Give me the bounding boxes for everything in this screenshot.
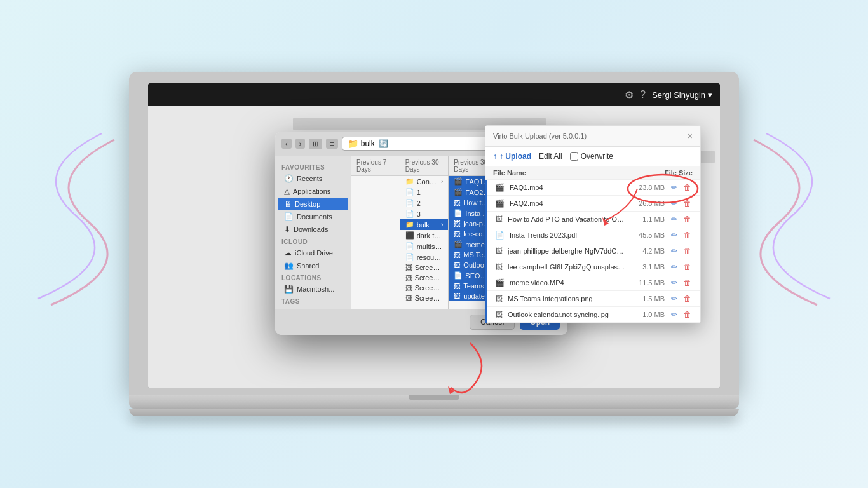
file-item-1[interactable]: 📄 1 bbox=[400, 187, 449, 198]
documents-icon: 📄 bbox=[284, 212, 294, 221]
ud-overwrite-label[interactable]: Overwrite bbox=[570, 152, 613, 161]
file-item-3[interactable]: 📄 3 bbox=[400, 208, 449, 219]
ud-file-row: 🖼 MS Teams Integrations.png 1.5 MB ✏ 🗑 bbox=[487, 291, 700, 307]
fp-section-locations: Locations bbox=[275, 272, 351, 283]
fp-col-7days: Previous 7 Days bbox=[351, 156, 400, 309]
recents-icon: 🕐 bbox=[284, 174, 294, 183]
ud-delete-btn[interactable]: 🗑 bbox=[682, 183, 693, 192]
image-icon: 🖼 bbox=[454, 199, 461, 207]
sidebar-item-documents[interactable]: 📄 Documents bbox=[278, 210, 348, 223]
sidebar-label-icloud-drive: iCloud Drive bbox=[295, 249, 333, 257]
ud-edit-btn[interactable]: ✏ bbox=[670, 215, 679, 224]
file-item-multisource[interactable]: 📄 multisource bbox=[400, 241, 449, 252]
ud-file-row: 🎬 meme video.MP4 11.5 MB ✏ 🗑 bbox=[487, 275, 700, 291]
ud-delete-btn[interactable]: 🗑 bbox=[682, 215, 693, 224]
ud-close-button[interactable]: × bbox=[688, 131, 693, 141]
file-type-icon: 🖼 bbox=[495, 310, 503, 319]
fp-forward-btn[interactable]: › bbox=[295, 139, 306, 149]
file-item-dark-theme[interactable]: ⬛ dark theme bbox=[400, 230, 449, 241]
file-item-conquest[interactable]: 📁 Conquest_...are Articles › bbox=[400, 176, 449, 187]
file-item-bulk[interactable]: 📁 bulk › bbox=[400, 219, 449, 230]
ud-delete-btn[interactable]: 🗑 bbox=[682, 247, 693, 255]
ud-edit-btn[interactable]: ✏ bbox=[670, 294, 679, 303]
col-filesize: File Size bbox=[665, 169, 693, 177]
file-name-resource-calendar: resource calendar bbox=[417, 254, 444, 261]
file-type-icon: 🎬 bbox=[495, 199, 505, 208]
sidebar-item-macintosh[interactable]: 💾 Macintosh... bbox=[278, 283, 348, 295]
ud-title: Virto Bulk Upload (ver 5.0.0.1) bbox=[493, 132, 587, 140]
applications-icon: △ bbox=[284, 187, 290, 196]
sidebar-item-downloads[interactable]: ⬇ Downloads bbox=[278, 223, 348, 236]
ud-overwrite-text: Overwrite bbox=[581, 152, 613, 161]
ud-delete-btn[interactable]: 🗑 bbox=[682, 231, 693, 240]
pdf-icon: 📄 bbox=[454, 209, 463, 217]
sidebar-item-desktop[interactable]: 🖥 Desktop bbox=[278, 198, 348, 210]
pdf-icon: 📄 bbox=[454, 271, 463, 280]
ud-filesize: 11.5 MB bbox=[627, 279, 665, 287]
ud-edit-btn[interactable]: ✏ bbox=[670, 199, 679, 208]
file-name-dark-theme: dark theme bbox=[417, 232, 444, 240]
fp-col-30days: Previous 30 Days 📁 Conquest_...are Artic… bbox=[400, 156, 449, 309]
file-name-conquest: Conquest_...are Articles bbox=[417, 178, 438, 186]
ud-edit-btn[interactable]: ✏ bbox=[670, 247, 679, 255]
sidebar-item-recents[interactable]: 🕐 Recents bbox=[278, 172, 348, 185]
ud-edit-all-button[interactable]: Edit All bbox=[539, 152, 562, 161]
file-item-screenshot2[interactable]: 🖼 Screenshot...at 00.44.33 bbox=[400, 273, 449, 283]
file-icon: 🖼 bbox=[405, 284, 412, 292]
sidebar-item-shared[interactable]: 👥 Shared bbox=[278, 259, 348, 272]
settings-icon[interactable]: ⚙ bbox=[625, 89, 634, 101]
ud-header: Virto Bulk Upload (ver 5.0.0.1) × bbox=[485, 126, 700, 147]
ud-file-row: 🎬 FAQ2.mp4 26.8 MB ✏ 🗑 bbox=[487, 196, 700, 212]
file-type-icon: 🖼 bbox=[495, 262, 503, 271]
ud-delete-btn[interactable]: 🗑 bbox=[682, 199, 693, 208]
video-icon: 🎬 bbox=[454, 177, 463, 186]
ud-file-actions: ✏ 🗑 bbox=[670, 199, 693, 208]
file-icon: 📄 bbox=[405, 188, 414, 196]
sidebar-label-shared: Shared bbox=[297, 262, 319, 269]
sidebar-item-tag-home[interactable]: Home bbox=[278, 306, 348, 309]
ud-file-actions: ✏ 🗑 bbox=[670, 231, 693, 240]
file-item-screenshot1[interactable]: 🖼 Screenshot...at 23.13.03 bbox=[400, 262, 449, 273]
ud-overwrite-checkbox[interactable] bbox=[570, 152, 578, 161]
ud-filesize: 1.5 MB bbox=[627, 295, 665, 302]
sidebar-label-documents: Documents bbox=[297, 213, 332, 220]
fp-view-list-btn[interactable]: ≡ bbox=[326, 139, 337, 149]
ud-delete-btn[interactable]: 🗑 bbox=[682, 294, 693, 303]
ud-delete-btn[interactable]: 🗑 bbox=[682, 310, 693, 319]
ud-filesize: 45.5 MB bbox=[627, 231, 665, 239]
user-menu[interactable]: Sergi Sinyugin ▾ bbox=[652, 90, 712, 100]
help-icon[interactable]: ? bbox=[640, 89, 646, 100]
sidebar-label-applications: Applications bbox=[293, 187, 330, 195]
file-item-screenshot3[interactable]: 🖼 Screenshot...1 at 17.17.10 bbox=[400, 283, 449, 293]
file-item-screenshot4[interactable]: 🖼 Screenshot...at 22.56.15 bbox=[400, 293, 449, 303]
ud-edit-btn[interactable]: ✏ bbox=[670, 310, 679, 319]
file-icon: ⬛ bbox=[405, 231, 414, 240]
ud-edit-btn[interactable]: ✏ bbox=[670, 183, 679, 192]
file-icon: 📄 bbox=[405, 210, 414, 218]
fp-back-btn[interactable]: ‹ bbox=[281, 139, 292, 149]
ud-filesize: 1.0 MB bbox=[627, 311, 665, 318]
laptop-screen: ⚙ ? Sergi Sinyugin ▾ Vlad Mok bbox=[148, 83, 720, 388]
ud-upload-button[interactable]: ↑ ↑ Upload bbox=[493, 152, 531, 161]
ud-delete-btn[interactable]: 🗑 bbox=[682, 262, 693, 271]
file-item-resource-calendar[interactable]: 📄 resource calendar bbox=[400, 252, 449, 262]
image-icon: 🖼 bbox=[454, 220, 461, 227]
file-type-icon: 🖼 bbox=[495, 247, 503, 255]
ud-table-header: File Name File Size bbox=[485, 166, 700, 180]
sidebar-item-applications[interactable]: △ Applications bbox=[278, 185, 348, 198]
ud-file-row: 🖼 jean-phillippe-delberghe-NglV7ddCw0-un… bbox=[487, 243, 700, 259]
laptop-bottom bbox=[129, 409, 739, 416]
ud-file-row: 🖼 lee-campbell-Gl6LZpkiZgQ-unsplash.jpg … bbox=[487, 259, 700, 275]
fp-view-btn[interactable]: ⊞ bbox=[309, 139, 322, 149]
ud-edit-btn[interactable]: ✏ bbox=[670, 278, 679, 287]
file-item-2[interactable]: 📄 2 bbox=[400, 198, 449, 208]
folder-bulk-icon: 📁 bbox=[405, 220, 414, 229]
ud-delete-btn[interactable]: 🗑 bbox=[682, 278, 693, 287]
sidebar-item-icloud-drive[interactable]: ☁ iCloud Drive bbox=[278, 247, 348, 259]
image-icon: 🖼 bbox=[454, 230, 461, 238]
file-type-icon: 🖼 bbox=[495, 215, 503, 224]
file-type-icon: 📄 bbox=[495, 231, 505, 240]
ud-edit-btn[interactable]: ✏ bbox=[670, 262, 679, 271]
ud-edit-btn[interactable]: ✏ bbox=[670, 231, 679, 240]
fp-section-favourites: Favourites bbox=[275, 161, 351, 172]
